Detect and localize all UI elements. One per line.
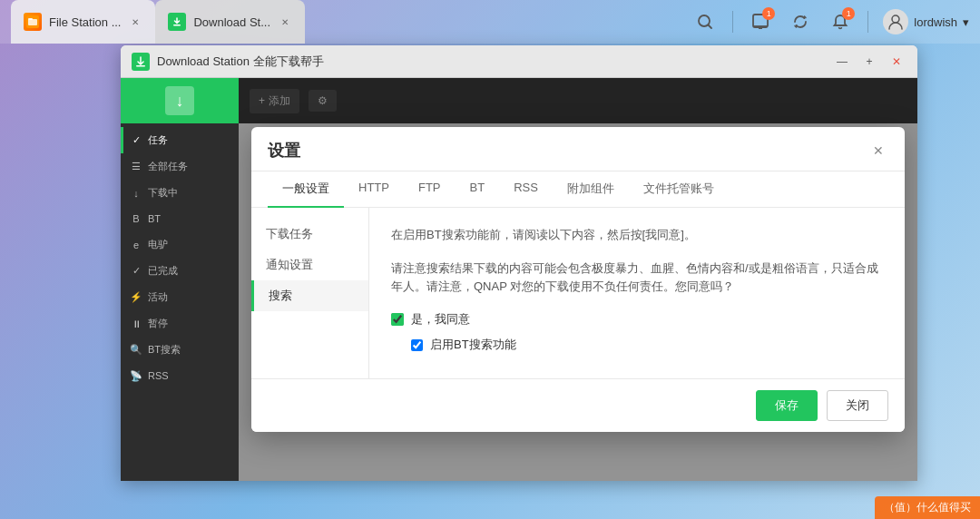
watermark: （值）什么值得买 — [875, 496, 980, 519]
svg-point-8 — [892, 15, 899, 23]
done-icon: ✓ — [130, 265, 142, 278]
topbar-divider — [732, 11, 733, 33]
modal-footer: 保存 关闭 — [251, 378, 905, 432]
svg-rect-1 — [28, 19, 37, 25]
checkbox-agree-label[interactable]: 是，我同意 — [411, 311, 470, 328]
modal-header: 设置 ✕ — [251, 127, 905, 171]
download-station-tab-icon — [168, 13, 186, 31]
close-button[interactable]: ✕ — [887, 52, 906, 72]
svg-rect-4 — [173, 24, 181, 26]
sidebar-logo: ↓ — [165, 86, 194, 115]
modal-sidebar: 下载任务 通知设置 搜索 — [251, 208, 369, 378]
app-titlebar: Download Station 全能下载帮手 — + ✕ — [121, 45, 917, 78]
tasks-icon: ✓ — [130, 134, 142, 147]
tab-download-station-close[interactable]: ✕ — [278, 15, 292, 29]
sidebar: ↓ ✓ 任务 ☰ 全部任务 ↓ 下载中 B BT — [121, 78, 239, 481]
sidebar-label-tasks: 任务 — [148, 133, 168, 147]
tab-http[interactable]: HTTP — [344, 171, 404, 208]
tab-download-station[interactable]: Download St... ✕ — [155, 0, 305, 44]
user-chevron-icon: ▾ — [963, 15, 969, 29]
checkbox-agree[interactable] — [391, 313, 404, 326]
modal-title: 设置 — [268, 140, 300, 162]
user-area[interactable]: lordwish ▾ — [883, 9, 969, 34]
sidebar-label-active: 活动 — [148, 290, 168, 304]
save-button[interactable]: 保存 — [756, 390, 818, 421]
tab-filemanage[interactable]: 文件托管账号 — [629, 171, 729, 208]
task-badge: 1 — [762, 7, 775, 20]
notification-icon[interactable]: 1 — [828, 9, 853, 34]
search-icon-topbar[interactable] — [692, 9, 718, 34]
modal-overlay: 设置 ✕ 一般设置 HTTP FTP BT RSS 附加组件 文件托管账号 — [239, 78, 917, 481]
sync-icon[interactable] — [788, 9, 813, 34]
sidebar-item-bt-search[interactable]: 🔍 BT搜索 — [121, 337, 239, 363]
user-avatar — [883, 9, 908, 34]
bt-icon: B — [130, 212, 142, 225]
tab-download-station-label: Download St... — [193, 15, 270, 29]
sidebar-label-paused: 暂停 — [148, 317, 168, 330]
checkbox-enable-row: 启用BT搜索功能 — [411, 337, 883, 353]
main-content: + 添加 ⚙ 设置 ✕ 一般设置 H — [239, 78, 917, 481]
modal-tabs: 一般设置 HTTP FTP BT RSS 附加组件 文件托管账号 — [251, 171, 905, 208]
sidebar-top: ↓ — [121, 78, 239, 123]
topbar-right: 1 1 lordwish — [692, 9, 969, 34]
sidebar-label-all-tasks: 全部任务 — [148, 160, 188, 173]
tab-file-station[interactable]: File Station ... ✕ — [11, 0, 155, 44]
notification-badge: 1 — [842, 7, 855, 20]
checkbox-enable-bt[interactable] — [411, 339, 423, 351]
tab-file-station-close[interactable]: ✕ — [128, 15, 142, 29]
modal-sidebar-label-notification: 通知设置 — [266, 257, 313, 273]
tab-general[interactable]: 一般设置 — [268, 171, 344, 208]
username-label: lordwish — [914, 15, 957, 29]
sidebar-item-bt[interactable]: B BT — [121, 206, 239, 231]
sidebar-item-all-tasks[interactable]: ☰ 全部任务 — [121, 153, 239, 180]
sidebar-item-emule[interactable]: e 电驴 — [121, 231, 239, 258]
sidebar-label-rss: RSS — [148, 370, 169, 381]
maximize-button[interactable]: + — [859, 52, 879, 72]
tab-file-station-label: File Station ... — [49, 15, 121, 29]
tab-ftp[interactable]: FTP — [404, 171, 456, 208]
tab-addon[interactable]: 附加组件 — [553, 171, 629, 208]
modal-close-button[interactable]: ✕ — [868, 141, 888, 161]
task-manager-icon[interactable]: 1 — [748, 9, 773, 34]
file-station-icon — [24, 13, 42, 31]
sidebar-label-bt-search: BT搜索 — [148, 343, 181, 357]
settings-modal: 设置 ✕ 一般设置 HTTP FTP BT RSS 附加组件 文件托管账号 — [251, 127, 905, 432]
heading-text: 在启用BT搜索功能前，请阅读以下内容，然后按[我同意]。 — [391, 226, 883, 245]
app-logo — [132, 53, 150, 71]
sidebar-item-downloading[interactable]: ↓ 下载中 — [121, 180, 239, 206]
checkbox-enable-label[interactable]: 启用BT搜索功能 — [430, 337, 516, 353]
close-button-footer[interactable]: 关闭 — [827, 390, 888, 421]
sidebar-label-done: 已完成 — [148, 264, 178, 278]
tab-group: File Station ... ✕ Download St... ✕ — [11, 0, 305, 44]
app-window: Download Station 全能下载帮手 — + ✕ ↓ ✓ 任务 ☰ 全… — [121, 45, 917, 481]
all-tasks-icon: ☰ — [130, 161, 142, 173]
sidebar-label-emule: 电驴 — [148, 238, 168, 251]
app-title: Download Station 全能下载帮手 — [157, 54, 825, 70]
sidebar-item-active[interactable]: ⚡ 活动 — [121, 284, 239, 310]
topbar-divider2 — [867, 11, 868, 33]
app-body: ↓ ✓ 任务 ☰ 全部任务 ↓ 下载中 B BT — [121, 78, 917, 481]
watermark-text: （值）什么值得买 — [884, 501, 971, 514]
sidebar-item-done[interactable]: ✓ 已完成 — [121, 258, 239, 284]
os-topbar: File Station ... ✕ Download St... ✕ — [0, 0, 980, 44]
window-controls: — + ✕ — [832, 52, 906, 72]
modal-main: 在启用BT搜索功能前，请阅读以下内容，然后按[我同意]。 请注意搜索结果下载的内… — [369, 208, 905, 378]
downloading-icon: ↓ — [130, 187, 142, 200]
svg-rect-2 — [28, 18, 33, 20]
minimize-button[interactable]: — — [832, 52, 852, 72]
paused-icon: ⏸ — [130, 318, 142, 330]
warning-text: 请注意搜索结果下载的内容可能会包含极度暴力、血腥、色情内容和/或是粗俗语言，只适… — [391, 260, 883, 298]
bt-search-icon: 🔍 — [130, 344, 142, 357]
modal-sidebar-item-download-tasks[interactable]: 下载任务 — [251, 219, 368, 250]
checkbox-agree-row: 是，我同意 — [391, 311, 883, 328]
sidebar-item-rss[interactable]: 📡 RSS — [121, 363, 239, 388]
modal-sidebar-item-search[interactable]: 搜索 — [251, 280, 368, 311]
sidebar-item-paused[interactable]: ⏸ 暂停 — [121, 310, 239, 337]
modal-sidebar-item-notification[interactable]: 通知设置 — [251, 250, 368, 280]
sidebar-item-tasks[interactable]: ✓ 任务 — [121, 127, 239, 153]
tab-bt[interactable]: BT — [456, 171, 500, 208]
modal-sidebar-label-download-tasks: 下载任务 — [266, 226, 313, 242]
tab-rss[interactable]: RSS — [499, 171, 553, 208]
modal-sidebar-label-search: 搜索 — [269, 288, 292, 304]
sidebar-label-downloading: 下载中 — [148, 186, 178, 200]
